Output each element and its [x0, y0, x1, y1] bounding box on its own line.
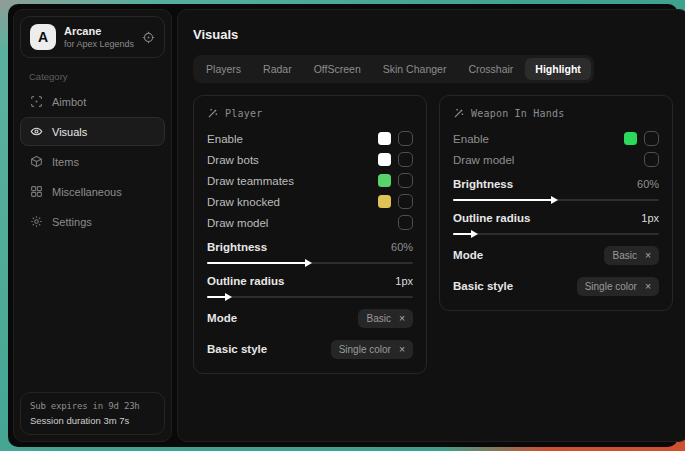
- tab-crosshair[interactable]: Crosshair: [458, 58, 523, 80]
- slider-value: 1px: [395, 275, 413, 287]
- slider-label: Outline radius: [207, 275, 284, 287]
- toggle-row-enable: Enable: [453, 128, 659, 149]
- app-window: A Arcane for Apex Legends Category Aimbo…: [8, 4, 678, 447]
- sidebar-item-label: Visuals: [52, 126, 87, 138]
- sidebar: A Arcane for Apex Legends Category Aimbo…: [13, 9, 172, 442]
- sidebar-item-label: Settings: [52, 216, 92, 228]
- wand-icon: [207, 107, 219, 119]
- settings-panels: PlayerEnableDraw botsDraw teammatesDraw …: [193, 95, 673, 374]
- select-row-basic-style: Basic styleSingle color×: [207, 338, 413, 360]
- page-title: Visuals: [193, 27, 673, 42]
- slider-thumb[interactable]: [225, 293, 232, 301]
- slider-fill: [207, 262, 308, 264]
- slider-track[interactable]: [207, 262, 413, 264]
- checkbox[interactable]: [398, 215, 413, 230]
- tab-bar: PlayersRadarOffScreenSkin ChangerCrossha…: [193, 55, 594, 83]
- slider-label-row: Brightness60%: [453, 175, 659, 192]
- select-label: Basic style: [207, 343, 267, 355]
- slider-fill: [453, 199, 554, 201]
- app-header: A Arcane for Apex Legends: [20, 16, 165, 58]
- select-row-mode: ModeBasic×: [453, 244, 659, 266]
- selected-tag[interactable]: Basic×: [604, 246, 659, 265]
- sidebar-item-settings[interactable]: Settings: [20, 207, 165, 236]
- panel-title: Weapon In Hands: [471, 108, 564, 119]
- selected-tag[interactable]: Single color×: [331, 340, 413, 359]
- tab-offscreen[interactable]: OffScreen: [304, 58, 371, 80]
- tag-remove-icon[interactable]: ×: [399, 313, 405, 324]
- tab-players[interactable]: Players: [196, 58, 251, 80]
- slider-label-row: Outline radius1px: [453, 209, 659, 226]
- select-row-mode: ModeBasic×: [207, 307, 413, 329]
- slider-label-row: Brightness60%: [207, 238, 413, 255]
- sidebar-item-aimbot[interactable]: Aimbot: [20, 87, 165, 116]
- toggle-row-draw-teammates: Draw teammates: [207, 170, 413, 191]
- sidebar-item-label: Miscellaneous: [52, 186, 122, 198]
- color-swatch[interactable]: [378, 153, 391, 166]
- grid-icon: [30, 185, 43, 198]
- checkbox[interactable]: [398, 194, 413, 209]
- color-swatch[interactable]: [378, 195, 391, 208]
- checkbox[interactable]: [644, 152, 659, 167]
- slider-track[interactable]: [207, 296, 413, 298]
- slider-outline-radius: Outline radius1px: [207, 272, 413, 298]
- wand-icon: [453, 107, 465, 119]
- slider-thumb[interactable]: [305, 259, 312, 267]
- toggle-row-draw-bots: Draw bots: [207, 149, 413, 170]
- toggle-label: Draw model: [207, 217, 391, 229]
- subscription-info: Sub expires in 9d 23h Session duration 3…: [20, 392, 165, 435]
- app-meta: Arcane for Apex Legends: [64, 25, 134, 49]
- tag-label: Single color: [585, 281, 637, 292]
- sidebar-item-miscellaneous[interactable]: Miscellaneous: [20, 177, 165, 206]
- toggle-label: Enable: [453, 133, 617, 145]
- slider-brightness: Brightness60%: [207, 238, 413, 264]
- sidebar-item-items[interactable]: Items: [20, 147, 165, 176]
- eye-icon: [30, 125, 43, 138]
- selected-tag[interactable]: Single color×: [577, 277, 659, 296]
- toggle-row-enable: Enable: [207, 128, 413, 149]
- toggle-row-draw-model: Draw model: [453, 149, 659, 170]
- slider-label-row: Outline radius1px: [207, 272, 413, 289]
- color-swatch[interactable]: [378, 174, 391, 187]
- checkbox[interactable]: [398, 131, 413, 146]
- tag-label: Basic: [366, 313, 390, 324]
- slider-thumb[interactable]: [471, 230, 478, 238]
- session-duration-text: Session duration 3m 7s: [30, 415, 155, 426]
- panel-header: Player: [207, 107, 413, 119]
- app-name: Arcane: [64, 25, 134, 37]
- tab-skin-changer[interactable]: Skin Changer: [373, 58, 457, 80]
- tag-remove-icon[interactable]: ×: [645, 281, 651, 292]
- target-icon[interactable]: [142, 31, 155, 44]
- toggle-label: Draw model: [453, 154, 637, 166]
- color-swatch[interactable]: [624, 132, 637, 145]
- app-subtitle: for Apex Legends: [64, 39, 134, 49]
- selected-tag[interactable]: Basic×: [358, 309, 413, 328]
- panel-title: Player: [225, 108, 262, 119]
- checkbox[interactable]: [398, 152, 413, 167]
- slider-track[interactable]: [453, 199, 659, 201]
- slider-track[interactable]: [453, 233, 659, 235]
- slider-thumb[interactable]: [551, 196, 558, 204]
- toggle-label: Draw teammates: [207, 175, 371, 187]
- checkbox[interactable]: [644, 131, 659, 146]
- slider-value: 60%: [391, 241, 413, 253]
- slider-outline-radius: Outline radius1px: [453, 209, 659, 235]
- panel-player: PlayerEnableDraw botsDraw teammatesDraw …: [193, 95, 427, 374]
- slider-value: 1px: [641, 212, 659, 224]
- color-swatch[interactable]: [378, 132, 391, 145]
- sidebar-item-label: Items: [52, 156, 79, 168]
- tag-label: Single color: [339, 344, 391, 355]
- select-row-basic-style: Basic styleSingle color×: [453, 275, 659, 297]
- tag-remove-icon[interactable]: ×: [645, 250, 651, 261]
- toggle-label: Draw knocked: [207, 196, 371, 208]
- sidebar-item-visuals[interactable]: Visuals: [20, 117, 165, 146]
- checkbox[interactable]: [398, 173, 413, 188]
- select-label: Mode: [207, 312, 237, 324]
- desktop-background: A Arcane for Apex Legends Category Aimbo…: [0, 0, 685, 451]
- app-logo: A: [30, 24, 56, 50]
- gear-icon: [30, 215, 43, 228]
- slider-label: Outline radius: [453, 212, 530, 224]
- tab-highlight[interactable]: Highlight: [525, 58, 591, 80]
- slider-label: Brightness: [453, 178, 513, 190]
- tab-radar[interactable]: Radar: [253, 58, 302, 80]
- tag-remove-icon[interactable]: ×: [399, 344, 405, 355]
